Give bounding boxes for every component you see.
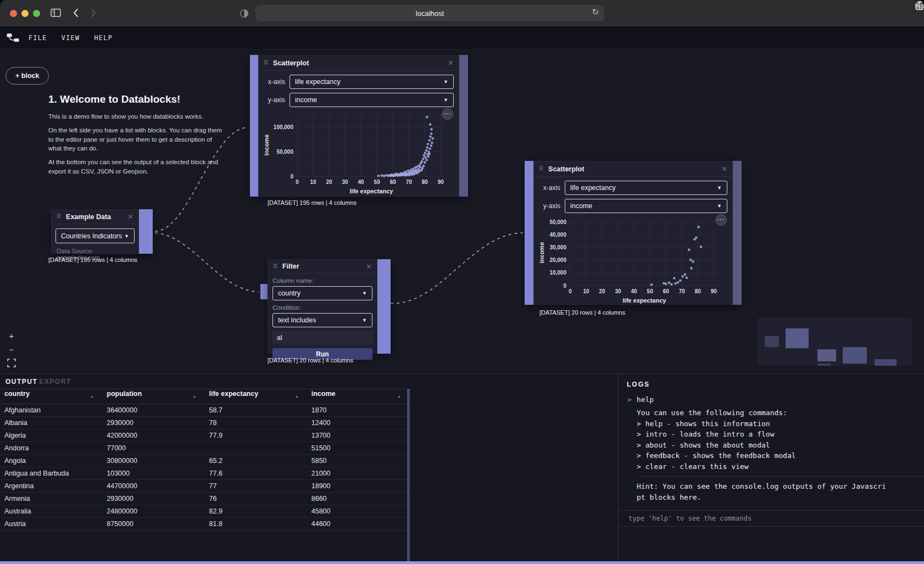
- sort-arrow-icon[interactable]: ▲: [90, 390, 94, 403]
- table-cell: 45800: [307, 505, 409, 518]
- drag-handle-icon[interactable]: ⠿: [273, 264, 277, 270]
- window-bottom-edge: [0, 561, 924, 564]
- node-header[interactable]: ⠿ Filter ✕: [268, 260, 377, 273]
- datablocks-logo-icon[interactable]: [7, 33, 20, 42]
- minimize-window-button[interactable]: [21, 10, 29, 17]
- input-port[interactable]: [260, 284, 268, 299]
- menu-item-help[interactable]: HELP: [94, 34, 113, 42]
- tab-overview-icon[interactable]: [915, 1, 924, 10]
- table-cell: Australia: [0, 505, 102, 518]
- drag-handle-icon[interactable]: ⠿: [264, 60, 268, 66]
- column-name-label: Column name:: [272, 277, 372, 284]
- input-port[interactable]: [250, 55, 258, 197]
- table-body: Afghanistan3640000058.71870Albania293000…: [0, 404, 409, 531]
- column-select[interactable]: country ▼: [272, 286, 372, 300]
- table-cell: 78: [205, 417, 307, 429]
- fit-view-icon[interactable]: [7, 359, 16, 367]
- svg-text:20,000: 20,000: [549, 257, 566, 263]
- output-port[interactable]: [377, 259, 391, 354]
- table-row[interactable]: Afghanistan3640000058.71870: [0, 404, 409, 417]
- x-axis-label: x-axis: [259, 78, 285, 86]
- close-icon[interactable]: ✕: [448, 59, 454, 66]
- dataset-select[interactable]: Countries Indicators ▼: [55, 228, 135, 243]
- chart-options-button[interactable]: ···: [715, 214, 727, 226]
- close-icon[interactable]: ✕: [127, 213, 133, 220]
- zoom-out-icon[interactable]: −: [7, 345, 16, 354]
- table-cell: Angola: [0, 455, 102, 467]
- table-cell: 81.8: [205, 518, 307, 531]
- sidebar-toggle-icon[interactable]: [51, 8, 62, 18]
- tab-export[interactable]: EXPORT: [39, 378, 71, 386]
- filter-query-input[interactable]: [272, 331, 374, 344]
- column-header[interactable]: population▲: [102, 389, 204, 404]
- y-axis-value: income: [570, 202, 592, 210]
- table-scrollbar[interactable]: [407, 389, 410, 562]
- node-scatterplot-1[interactable]: ⠿ Scatterplot ✕ x-axis life expectancy ▼…: [250, 55, 468, 197]
- input-port[interactable]: [525, 161, 533, 305]
- drag-handle-icon[interactable]: ⠿: [539, 166, 543, 172]
- node-header[interactable]: ⠿ Scatterplot ✕: [534, 161, 732, 177]
- x-axis-value: life expectancy: [295, 78, 341, 86]
- y-axis-select[interactable]: income ▼: [290, 93, 454, 107]
- column-header[interactable]: life expectancy▲: [205, 389, 307, 404]
- table-cell: 77.9: [205, 429, 307, 442]
- menu-item-view[interactable]: VIEW: [62, 34, 80, 42]
- node-header[interactable]: ⠿ Example Data ✕: [52, 210, 138, 224]
- back-icon[interactable]: [72, 8, 80, 18]
- sort-arrow-icon[interactable]: ▲: [295, 390, 299, 403]
- table-row[interactable]: Angola3080000065.25850: [0, 455, 409, 467]
- minimap-block: [817, 349, 836, 361]
- dataset-caption: [DATASET] 20 rows | 4 columns: [268, 357, 353, 364]
- table-row[interactable]: Andorra7700051500: [0, 442, 409, 455]
- add-block-button[interactable]: + block: [5, 67, 49, 85]
- output-port[interactable]: [139, 209, 153, 254]
- node-example-data[interactable]: ⠿ Example Data ✕ Countries Indicators ▼ …: [51, 209, 153, 254]
- table-row[interactable]: Austria875000081.844600: [0, 518, 409, 531]
- log-response-lines: You can use the following commands:> hel…: [637, 407, 924, 472]
- zoom-in-icon[interactable]: +: [7, 331, 16, 340]
- zoom-window-button[interactable]: [33, 10, 40, 17]
- output-port[interactable]: [733, 161, 742, 305]
- svg-text:income: income: [538, 242, 545, 264]
- close-window-button[interactable]: [10, 10, 17, 17]
- table-row[interactable]: Antigua and Barbuda10300077.621000: [0, 467, 409, 480]
- svg-text:10: 10: [583, 288, 589, 294]
- reload-icon[interactable]: ↻: [592, 7, 599, 17]
- url-bar[interactable]: localhost ↻: [255, 5, 604, 21]
- x-axis-select[interactable]: life expectancy ▼: [565, 181, 727, 195]
- close-icon[interactable]: ✕: [721, 165, 727, 172]
- menu-item-file[interactable]: FILE: [29, 34, 47, 42]
- table-row[interactable]: Algeria4200000077.913700: [0, 429, 409, 442]
- forward-icon[interactable]: [90, 8, 97, 18]
- column-value: country: [278, 289, 300, 297]
- node-header[interactable]: ⠿ Scatterplot ✕: [259, 55, 459, 71]
- close-icon[interactable]: ✕: [366, 263, 372, 270]
- table-cell: 5850: [307, 455, 409, 467]
- condition-select[interactable]: text includes ▼: [272, 313, 372, 327]
- log-command-input[interactable]: [627, 514, 894, 523]
- tab-output[interactable]: OUTPUT: [5, 378, 37, 386]
- output-port[interactable]: [459, 55, 468, 197]
- chevron-down-icon: ▼: [124, 233, 129, 239]
- table-row[interactable]: Argentina447000007718900: [0, 480, 409, 493]
- drag-handle-icon[interactable]: ⠿: [57, 214, 61, 220]
- table-row[interactable]: Australia2480000082.945800: [0, 505, 409, 518]
- node-filter[interactable]: ⠿ Filter ✕ Column name: country ▼ Condit…: [268, 259, 391, 354]
- flow-canvas[interactable]: + block 1. Welcome to Datablocks! This i…: [0, 49, 924, 373]
- table-cell: 18900: [307, 480, 409, 493]
- chart-options-button[interactable]: ···: [442, 108, 453, 120]
- table-row[interactable]: Albania29300007812400: [0, 417, 409, 429]
- page-settings-icon[interactable]: [240, 9, 249, 18]
- sort-arrow-icon[interactable]: ▲: [193, 390, 197, 403]
- sort-arrow-icon[interactable]: ▲: [397, 390, 401, 403]
- y-axis-select[interactable]: income ▼: [565, 199, 727, 213]
- column-header[interactable]: income▲: [307, 389, 409, 404]
- minimap[interactable]: [757, 317, 912, 366]
- x-axis-select[interactable]: life expectancy ▼: [290, 75, 454, 89]
- y-axis-value: income: [295, 96, 317, 104]
- table-cell: [205, 442, 307, 455]
- node-scatterplot-2[interactable]: ⠿ Scatterplot ✕ x-axis life expectancy ▼…: [525, 161, 742, 305]
- column-header[interactable]: country▲: [0, 389, 102, 404]
- log-command-row: >help: [627, 395, 924, 404]
- table-row[interactable]: Armenia2930000768660: [0, 493, 409, 505]
